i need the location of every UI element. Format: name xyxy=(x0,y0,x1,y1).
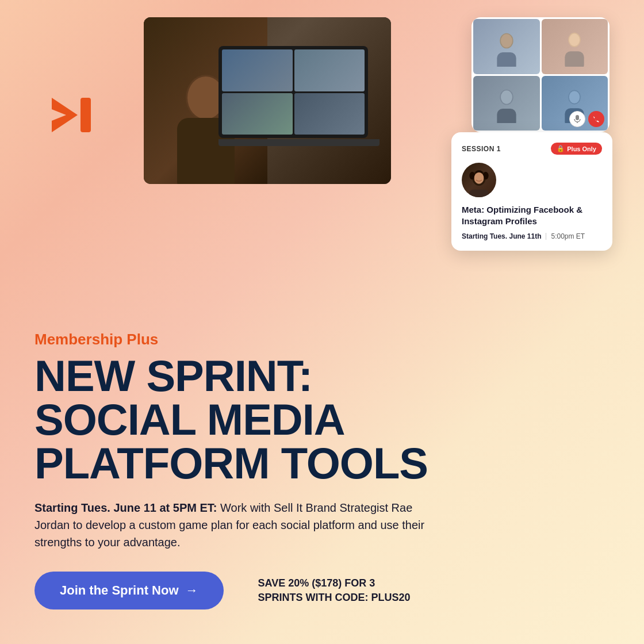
session-avatar xyxy=(462,163,496,197)
plus-only-label: Plus Only xyxy=(567,145,596,152)
svg-rect-6 xyxy=(497,52,516,67)
membership-label: Membership Plus xyxy=(34,331,610,348)
svg-point-8 xyxy=(569,33,580,46)
join-sprint-button[interactable]: Join the Sprint Now → xyxy=(34,572,224,610)
sprint-title: NEW SPRINT: SOCIAL MEDIA PLATFORM TOOLS xyxy=(34,354,610,485)
sprint-title-line2: SOCIAL MEDIA xyxy=(34,395,345,444)
promo-line2: SPRINTS WITH CODE: PLUS20 xyxy=(258,591,411,605)
video-person-4 xyxy=(542,76,608,131)
sprint-description: Starting Tues. June 11 at 5PM ET: Work w… xyxy=(34,499,437,551)
promo-text: SAVE 20% ($178) FOR 3 SPRINTS WITH CODE:… xyxy=(258,576,411,605)
svg-rect-12 xyxy=(497,109,516,123)
video-person-2 xyxy=(542,19,608,74)
promo-line1: SAVE 20% ($178) FOR 3 xyxy=(258,576,411,591)
session-title: Meta: Optimizing Facebook & Instagram Pr… xyxy=(462,204,602,227)
svg-rect-9 xyxy=(565,51,584,67)
logo-mark xyxy=(34,80,98,150)
session-time: 5:00pm ET xyxy=(551,232,585,240)
session-header: SESSION 1 🔒 Plus Only xyxy=(462,143,602,155)
bottom-row: Join the Sprint Now → SAVE 20% ($178) FO… xyxy=(34,572,610,610)
svg-rect-0 xyxy=(80,98,91,132)
svg-point-23 xyxy=(474,172,484,184)
video-person-1 xyxy=(473,19,540,74)
sprint-title-line3: PLATFORM TOOLS xyxy=(34,439,428,488)
plus-only-badge: 🔒 Plus Only xyxy=(551,143,602,155)
description-bold: Starting Tues. June 11 at 5PM ET: xyxy=(34,501,217,514)
svg-rect-16 xyxy=(576,115,579,120)
video-person-3 xyxy=(473,76,540,131)
sprint-title-line1: NEW SPRINT: xyxy=(34,351,312,400)
arrow-icon: → xyxy=(186,583,198,598)
join-button-label: Join the Sprint Now xyxy=(60,583,179,598)
svg-point-14 xyxy=(569,91,580,103)
page-background: SESSION 1 🔒 Plus Only Meta: Optimizing F… xyxy=(0,0,644,644)
session-divider xyxy=(546,233,546,240)
lock-icon: 🔒 xyxy=(557,145,565,152)
session-card: SESSION 1 🔒 Plus Only Meta: Optimizing F… xyxy=(451,132,612,251)
mic-button[interactable] xyxy=(569,111,585,127)
session-label: SESSION 1 xyxy=(462,145,501,153)
bottom-content: Membership Plus NEW SPRINT: SOCIAL MEDIA… xyxy=(0,331,644,644)
svg-rect-24 xyxy=(469,190,488,197)
video-call-image xyxy=(144,17,391,184)
session-meta: Starting Tues. June 11th 5:00pm ET xyxy=(462,232,602,240)
session-date: Starting Tues. June 11th xyxy=(462,232,541,240)
video-grid-widget xyxy=(471,17,610,132)
end-call-button[interactable] xyxy=(588,111,604,127)
svg-point-5 xyxy=(501,34,512,47)
svg-point-11 xyxy=(501,91,512,104)
